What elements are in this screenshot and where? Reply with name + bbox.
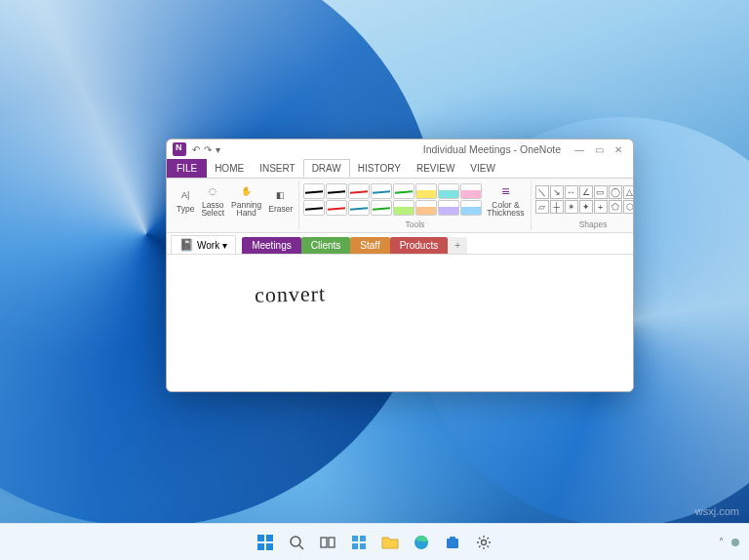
highlighter-orange[interactable] (415, 200, 437, 216)
highlighter-yellow[interactable] (415, 183, 437, 199)
svg-rect-1 (266, 535, 273, 541)
quick-access-toolbar[interactable]: ↶ ↷ ▾ (192, 144, 220, 155)
tray-network-icon[interactable] (731, 539, 739, 546)
titlebar[interactable]: ↶ ↷ ▾ Individual Meetings - OneNote — ▭ … (167, 140, 633, 159)
notebook-name: Work (197, 240, 219, 251)
hand-icon: ✋ (238, 182, 256, 200)
settings-icon[interactable] (471, 530, 496, 555)
notebook-picker[interactable]: 📓 Work ▾ (171, 235, 236, 254)
taskview-icon[interactable] (315, 530, 340, 555)
pen-black-thin[interactable] (303, 183, 325, 199)
highlighter-purple[interactable] (438, 200, 459, 216)
pen-green-thick[interactable] (371, 200, 392, 216)
lasso-icon: ◌ (204, 182, 221, 200)
ink-text[interactable]: convert (255, 281, 326, 307)
note-page[interactable]: convert (167, 255, 633, 391)
add-section-button[interactable]: + (448, 237, 467, 254)
pen-blue[interactable] (371, 183, 392, 199)
tab-file[interactable]: FILE (167, 159, 207, 178)
section-tab-staff[interactable]: Staff (350, 237, 389, 254)
tab-view[interactable]: VIEW (462, 159, 503, 178)
tab-insert[interactable]: INSERT (252, 159, 303, 178)
shape-hex[interactable]: ⬡ (623, 200, 634, 214)
onenote-window: ↶ ↷ ▾ Individual Meetings - OneNote — ▭ … (166, 139, 634, 392)
section-tabs: 📓 Work ▾ Meetings Clients Staff Products… (167, 233, 633, 255)
pen-green[interactable] (393, 183, 414, 199)
svg-rect-7 (329, 538, 335, 547)
pen-black-thick[interactable] (303, 200, 325, 216)
start-button[interactable] (253, 530, 278, 555)
shape-arrow[interactable]: ↘ (550, 185, 564, 199)
shape-star[interactable]: ✦ (579, 200, 593, 214)
tab-review[interactable]: REVIEW (409, 159, 462, 178)
tools-label: Tools (406, 219, 425, 230)
eraser-icon: ◧ (272, 186, 290, 204)
highlighter-blue[interactable] (460, 200, 482, 216)
minimize-button[interactable]: — (571, 144, 588, 155)
svg-line-5 (299, 545, 303, 549)
svg-rect-3 (266, 543, 273, 550)
tab-draw[interactable]: DRAW (303, 159, 350, 178)
highlighter-cyan[interactable] (438, 183, 459, 199)
watermark: wsxj.com (695, 505, 739, 517)
shape-plus[interactable]: ＋ (594, 200, 608, 214)
shape-angle[interactable]: ∠ (579, 185, 593, 199)
window-title: Individual Meetings - OneNote (226, 143, 565, 155)
pen-blue-thick[interactable] (348, 200, 370, 216)
shape-tri[interactable]: △ (623, 185, 634, 199)
ribbon: A| Type ◌ Lasso Select ✋ Panning Hand ◧ … (167, 179, 633, 233)
svg-point-15 (482, 540, 487, 544)
svg-rect-0 (257, 535, 264, 541)
svg-rect-8 (352, 536, 358, 541)
store-icon[interactable] (440, 530, 465, 555)
shapes-label: Shapes (579, 219, 608, 230)
edge-icon[interactable] (409, 530, 434, 555)
shape-oval[interactable]: ◯ (609, 185, 622, 199)
highlighter-pink[interactable] (460, 183, 482, 199)
tab-history[interactable]: HISTORY (350, 159, 409, 178)
widgets-icon[interactable] (346, 530, 372, 555)
shape-axes3[interactable]: ✶ (565, 200, 578, 214)
svg-rect-2 (257, 543, 264, 550)
maximize-button[interactable]: ▭ (590, 144, 608, 155)
pen-red-thick[interactable] (326, 200, 347, 216)
color-thickness-button[interactable]: ≡ Color & Thickness (485, 181, 526, 219)
shape-biarrow[interactable]: ↔ (565, 185, 578, 199)
highlighter-green[interactable] (393, 200, 414, 216)
section-tab-products[interactable]: Products (390, 237, 448, 254)
shape-axes2[interactable]: ┼ (550, 200, 564, 214)
section-tab-meetings[interactable]: Meetings (242, 237, 301, 254)
type-icon: A| (177, 186, 194, 204)
shape-para[interactable]: ▱ (535, 200, 549, 214)
color-thickness-icon: ≡ (496, 182, 514, 200)
svg-point-4 (291, 537, 300, 546)
svg-rect-6 (321, 538, 327, 547)
system-tray[interactable]: ˄ (719, 537, 739, 547)
lasso-select-button[interactable]: ◌ Lasso Select (199, 181, 226, 219)
shape-penta[interactable]: ⬠ (609, 200, 622, 214)
section-tab-clients[interactable]: Clients (301, 237, 351, 254)
search-icon[interactable] (284, 530, 309, 555)
file-explorer-icon[interactable] (377, 530, 403, 555)
svg-rect-10 (352, 543, 358, 549)
undo-icon[interactable]: ↶ (192, 144, 200, 155)
shape-line[interactable]: ＼ (535, 185, 549, 199)
close-button[interactable]: ✕ (610, 144, 627, 155)
svg-rect-14 (450, 537, 455, 540)
onenote-icon (173, 142, 186, 156)
pen-red[interactable] (348, 183, 370, 199)
pen-black-med[interactable] (326, 183, 347, 199)
tray-chevron-icon[interactable]: ˄ (719, 537, 724, 547)
tab-home[interactable]: HOME (207, 159, 252, 178)
shape-rect[interactable]: ▭ (594, 185, 608, 199)
pen-gallery[interactable] (303, 183, 482, 216)
svg-rect-9 (360, 536, 366, 541)
notebook-icon: 📓 (179, 238, 194, 252)
redo-icon[interactable]: ↷ (204, 144, 212, 155)
panning-hand-button[interactable]: ✋ Panning Hand (229, 181, 263, 219)
shapes-gallery[interactable]: ＼ ↘ ↔ ∠ ▭ ◯ △ ◇ ▱ ┼ ✶ ✦ ＋ ⬠ ⬡ ▾ (535, 185, 634, 214)
eraser-button[interactable]: ◧ Eraser (266, 185, 295, 215)
taskbar[interactable]: ˄ (0, 523, 749, 560)
qat-more-icon[interactable]: ▾ (216, 144, 220, 155)
type-button[interactable]: A| Type (175, 185, 196, 215)
